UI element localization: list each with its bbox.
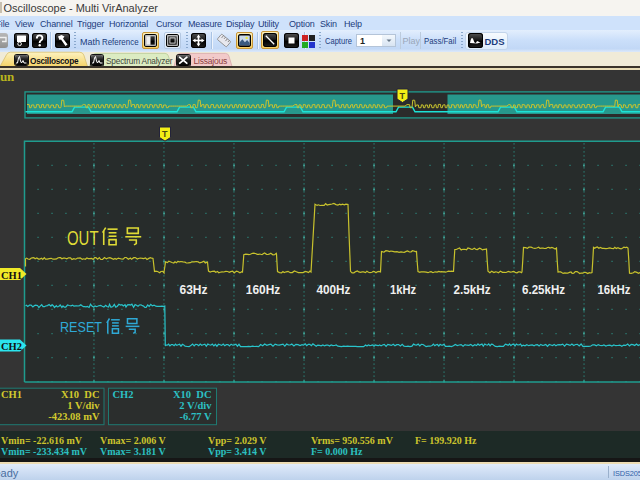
svg-text:Run: Run [0,70,15,84]
svg-text:RESET: RESET [60,318,102,335]
svg-text:T: T [399,90,405,100]
svg-text:6.25kHz: 6.25kHz [522,282,565,296]
svg-text:Vpp= 2.029 V: Vpp= 2.029 V [208,434,267,445]
svg-text:X10 DC: X10 DC [61,389,100,400]
svg-text:2.5kHz: 2.5kHz [454,282,491,296]
svg-text:Vmax= 2.006 V: Vmax= 2.006 V [100,434,167,445]
svg-text:160Hz: 160Hz [246,282,281,296]
svg-text:CH2: CH2 [113,389,134,400]
svg-text:F= 199.920 Hz: F= 199.920 Hz [415,434,477,445]
svg-text:400Hz: 400Hz [317,282,351,296]
svg-text:16kHz: 16kHz [598,282,631,296]
svg-text:OUT: OUT [67,227,99,249]
svg-text:1 V/div: 1 V/div [67,400,100,411]
svg-text:2 V/div: 2 V/div [179,400,212,411]
svg-text:Vmax= 3.181 V: Vmax= 3.181 V [100,446,167,457]
svg-text:Vrms= 950.556 mV: Vrms= 950.556 mV [311,434,394,445]
svg-text:-423.08 mV: -423.08 mV [48,411,100,422]
svg-text:X10 DC: X10 DC [173,389,212,400]
svg-text:CH1: CH1 [1,269,22,280]
svg-text:Vmin= -22.616 mV: Vmin= -22.616 mV [1,434,83,445]
svg-text:CH1: CH1 [1,389,22,400]
svg-text:CH2: CH2 [1,341,22,352]
svg-text:T: T [162,129,168,139]
svg-text:63Hz: 63Hz [180,282,208,296]
svg-text:F= 0.000 Hz: F= 0.000 Hz [311,446,363,457]
svg-text:Vpp= 3.414 V: Vpp= 3.414 V [208,446,267,457]
svg-text:-6.77 V: -6.77 V [180,411,212,422]
svg-text:Vmin= -233.434 mV: Vmin= -233.434 mV [1,446,88,457]
svg-text:1kHz: 1kHz [390,282,416,296]
